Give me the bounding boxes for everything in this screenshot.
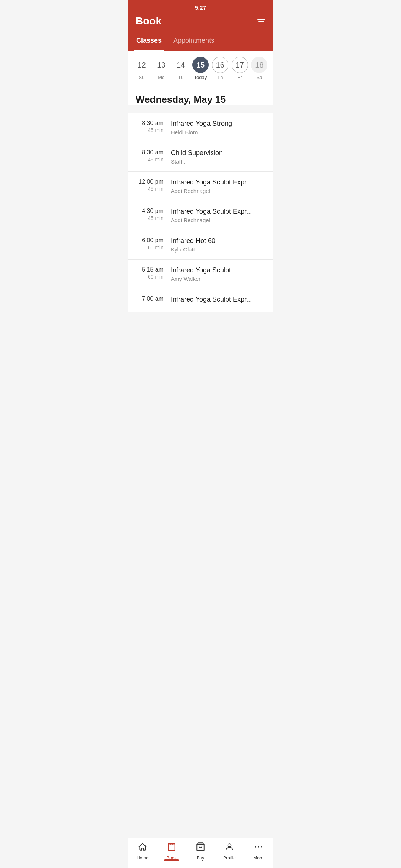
- class-start-time: 7:00 am: [136, 296, 163, 302]
- class-duration: 45 min: [136, 157, 163, 162]
- class-name: Infrared Yoga Sculpt Expr...: [171, 208, 265, 216]
- class-item[interactable]: 7:00 am Infrared Yoga Sculpt Expr...: [128, 289, 273, 312]
- class-instructor: Amy Walker: [171, 276, 265, 282]
- calendar-day-15[interactable]: 15Today: [192, 57, 209, 80]
- class-info: Infrared Yoga Sculpt Expr... Addi Rechna…: [171, 208, 265, 223]
- class-item[interactable]: 12:00 pm 45 min Infrared Yoga Sculpt Exp…: [128, 171, 273, 201]
- class-info: Infrared Hot 60 Kyla Glatt: [171, 237, 265, 253]
- day-number-14: 14: [173, 57, 189, 73]
- header: 5:27 Book Classes Appointments: [128, 0, 273, 51]
- class-item[interactable]: 4:30 pm 45 min Infrared Yoga Sculpt Expr…: [128, 201, 273, 230]
- tab-appointments[interactable]: Appointments: [171, 33, 216, 51]
- calendar-day-17[interactable]: 17Fr: [231, 57, 249, 80]
- day-number-12: 12: [133, 57, 150, 73]
- day-number-16: 16: [212, 57, 228, 73]
- class-duration: 60 min: [136, 274, 163, 280]
- calendar-day-18[interactable]: 18Sa: [250, 57, 268, 80]
- class-instructor: Addi Rechnagel: [171, 188, 265, 194]
- class-instructor: Staff .: [171, 158, 265, 165]
- class-info: Infrared Yoga Sculpt Amy Walker: [171, 266, 265, 282]
- status-time: 5:27: [195, 4, 206, 11]
- class-duration: 60 min: [136, 244, 163, 250]
- tab-classes[interactable]: Classes: [134, 33, 164, 51]
- class-name: Infrared Yoga Sculpt: [171, 266, 265, 274]
- content-area: Wednesday, May 15: [128, 86, 273, 105]
- class-start-time: 8:30 am: [136, 149, 163, 156]
- class-info: Infrared Yoga Sculpt Expr...: [171, 296, 265, 305]
- class-start-time: 12:00 pm: [136, 178, 163, 185]
- class-item[interactable]: 8:30 am 45 min Child Supervision Staff .: [128, 142, 273, 171]
- class-time: 4:30 pm 45 min: [136, 208, 171, 221]
- class-time: 7:00 am: [136, 296, 171, 303]
- class-info: Infrared Yoga Sculpt Expr... Addi Rechna…: [171, 178, 265, 194]
- class-item[interactable]: 5:15 am 60 min Infrared Yoga Sculpt Amy …: [128, 259, 273, 289]
- calendar-strip: 12Su13Mo14Tu15Today16Th17Fr18Sa: [128, 51, 273, 86]
- class-instructor: Heidi Blom: [171, 129, 265, 135]
- status-bar: 5:27: [128, 0, 273, 12]
- class-info: Child Supervision Staff .: [171, 149, 265, 165]
- day-number-18: 18: [251, 57, 267, 73]
- class-name: Infrared Hot 60: [171, 237, 265, 245]
- day-label-15: Today: [194, 75, 207, 80]
- filter-button[interactable]: [257, 19, 265, 23]
- class-start-time: 6:00 pm: [136, 237, 163, 244]
- class-time: 8:30 am 45 min: [136, 120, 171, 133]
- calendar-day-13[interactable]: 13Mo: [152, 57, 170, 80]
- class-time: 8:30 am 45 min: [136, 149, 171, 162]
- page-title: Book: [136, 15, 162, 27]
- class-name: Infrared Yoga Sculpt Expr...: [171, 178, 265, 186]
- class-time: 5:15 am 60 min: [136, 266, 171, 280]
- class-name: Child Supervision: [171, 149, 265, 157]
- class-time: 6:00 pm 60 min: [136, 237, 171, 250]
- calendar-day-12[interactable]: 12Su: [133, 57, 150, 80]
- class-duration: 45 min: [136, 186, 163, 192]
- day-number-13: 13: [153, 57, 169, 73]
- class-duration: 45 min: [136, 215, 163, 221]
- class-instructor: Addi Rechnagel: [171, 217, 265, 223]
- class-item[interactable]: 8:30 am 45 min Infrared Yoga Strong Heid…: [128, 113, 273, 142]
- day-label-18: Sa: [257, 75, 263, 80]
- class-item[interactable]: 6:00 pm 60 min Infrared Hot 60 Kyla Glat…: [128, 230, 273, 259]
- tabs-bar: Classes Appointments: [128, 33, 273, 51]
- class-list: 8:30 am 45 min Infrared Yoga Strong Heid…: [128, 113, 273, 312]
- day-number-17: 17: [232, 57, 248, 73]
- class-start-time: 4:30 pm: [136, 208, 163, 214]
- day-number-15: 15: [192, 57, 209, 73]
- day-label-13: Mo: [158, 75, 164, 80]
- class-start-time: 8:30 am: [136, 120, 163, 126]
- class-start-time: 5:15 am: [136, 266, 163, 273]
- class-instructor: Kyla Glatt: [171, 246, 265, 253]
- class-duration: 45 min: [136, 127, 163, 133]
- class-name: Infrared Yoga Strong: [171, 120, 265, 128]
- class-name: Infrared Yoga Sculpt Expr...: [171, 296, 265, 303]
- day-label-14: Tu: [178, 75, 184, 80]
- class-info: Infrared Yoga Strong Heidi Blom: [171, 120, 265, 135]
- class-time: 12:00 pm 45 min: [136, 178, 171, 192]
- day-label-17: Fr: [238, 75, 242, 80]
- calendar-day-14[interactable]: 14Tu: [172, 57, 190, 80]
- calendar-day-16[interactable]: 16Th: [211, 57, 229, 80]
- day-label-12: Su: [138, 75, 144, 80]
- date-heading: Wednesday, May 15: [136, 94, 265, 105]
- day-label-16: Th: [217, 75, 223, 80]
